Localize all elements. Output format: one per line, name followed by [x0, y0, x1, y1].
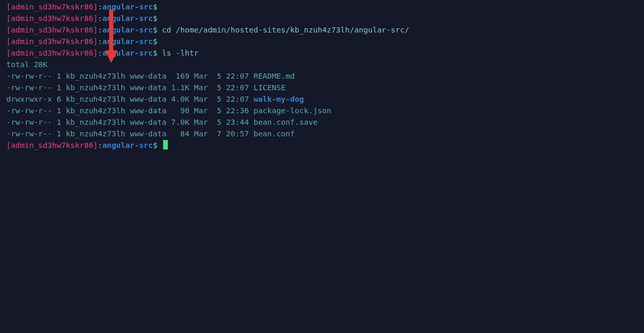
prompt-dollar: $	[153, 14, 157, 23]
ls-file-name: LICENSE	[253, 83, 285, 92]
ls-row: -rw-rw-r-- 1 kb_nzuh4z73lh www-data 7.0K…	[6, 116, 638, 128]
terminal-line: [admin_sd3hw7kskr86]:angular-src$	[6, 1, 638, 13]
ls-row: drwxrwxr-x 6 kb_nzuh4z73lh www-data 4.0K…	[6, 93, 638, 105]
ls-row: -rw-rw-r-- 1 kb_nzuh4z73lh www-data 84 M…	[6, 128, 638, 139]
terminal-output[interactable]: [admin_sd3hw7kskr86]:angular-src$[admin_…	[6, 1, 638, 151]
ls-row-meta: drwxrwxr-x 6 kb_nzuh4z73lh www-data 4.0K…	[6, 95, 253, 103]
terminal-line: [admin_sd3hw7kskr86]:angular-src$ ls -lh…	[6, 47, 638, 59]
prompt-path: angular-src	[102, 14, 153, 23]
ls-total-line: total 28K	[6, 59, 638, 70]
prompt-user: [admin_sd3hw7kskr86]	[6, 141, 98, 149]
command-text: ls -lhtr	[157, 49, 199, 57]
prompt-path: angular-src	[102, 37, 153, 46]
ls-row-meta: -rw-rw-r-- 1 kb_nzuh4z73lh www-data 169 …	[6, 72, 253, 80]
prompt-user: [admin_sd3hw7kskr86]	[6, 49, 98, 57]
prompt-user: [admin_sd3hw7kskr86]	[6, 14, 98, 23]
ls-row-meta: -rw-rw-r-- 1 kb_nzuh4z73lh www-data 1.1K…	[6, 83, 253, 92]
terminal-line: [admin_sd3hw7kskr86]:angular-src$	[6, 13, 638, 24]
prompt-dollar: $	[153, 26, 157, 34]
ls-row-meta: -rw-rw-r-- 1 kb_nzuh4z73lh www-data 84 M…	[6, 130, 253, 138]
prompt-dollar: $	[153, 49, 157, 57]
ls-file-name: README.md	[253, 72, 295, 80]
prompt-path: angular-src	[102, 141, 153, 149]
ls-row: -rw-rw-r-- 1 kb_nzuh4z73lh www-data 90 M…	[6, 105, 638, 116]
prompt-path: angular-src	[102, 49, 153, 57]
ls-dir-name: walk-my-dog	[253, 95, 304, 103]
ls-file-name: bean.conf.save	[253, 118, 317, 126]
ls-row-meta: -rw-rw-r-- 1 kb_nzuh4z73lh www-data 90 M…	[6, 106, 253, 115]
prompt-dollar: $	[153, 141, 157, 149]
prompt-user: [admin_sd3hw7kskr86]	[6, 3, 98, 11]
terminal-line: [admin_sd3hw7kskr86]:angular-src$ cd /ho…	[6, 24, 638, 36]
ls-row: -rw-rw-r-- 1 kb_nzuh4z73lh www-data 169 …	[6, 70, 638, 82]
prompt-user: [admin_sd3hw7kskr86]	[6, 37, 98, 46]
cursor-icon	[163, 140, 168, 149]
prompt-dollar: $	[153, 3, 157, 11]
terminal-line: [admin_sd3hw7kskr86]:angular-src$	[6, 36, 638, 47]
ls-file-name: package-lock.json	[253, 106, 331, 115]
command-text: cd /home/admin/hosted-sites/kb_nzuh4z73l…	[157, 26, 409, 34]
prompt-path: angular-src	[102, 26, 153, 34]
ls-row-meta: -rw-rw-r-- 1 kb_nzuh4z73lh www-data 7.0K…	[6, 118, 253, 126]
prompt-dollar: $	[153, 37, 157, 46]
terminal-line-active[interactable]: [admin_sd3hw7kskr86]:angular-src$	[6, 139, 638, 151]
prompt-path: angular-src	[102, 3, 153, 11]
ls-file-name: bean.conf	[253, 130, 295, 138]
prompt-user: [admin_sd3hw7kskr86]	[6, 26, 98, 34]
ls-row: -rw-rw-r-- 1 kb_nzuh4z73lh www-data 1.1K…	[6, 82, 638, 93]
